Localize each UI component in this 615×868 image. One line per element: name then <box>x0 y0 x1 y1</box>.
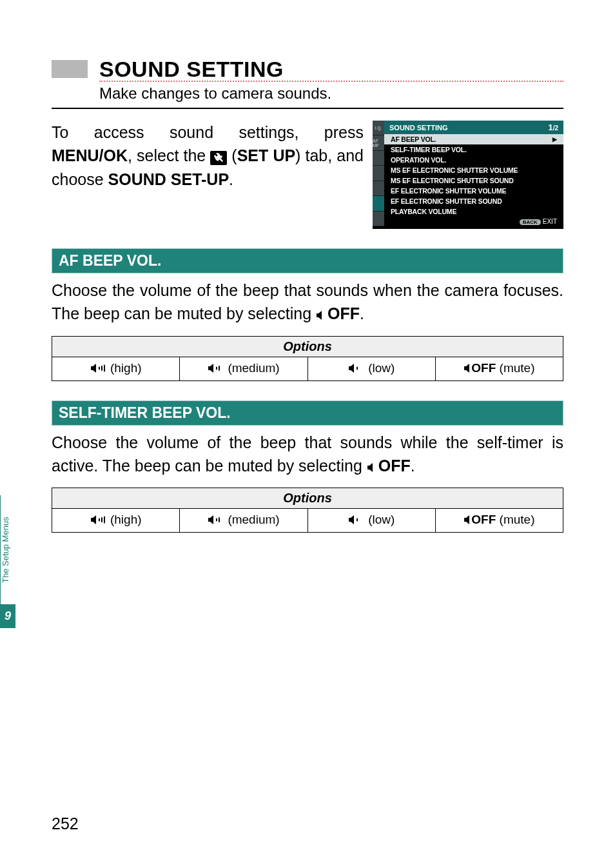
intro-paragraph: To access sound settings, press MENU/OK,… <box>52 121 364 191</box>
volume-mute-icon <box>367 455 378 478</box>
camera-menu-tab-strip: I.Q. AF MF <box>373 121 384 226</box>
chapter-side-tab: The Setup Menus 9 <box>0 495 15 628</box>
svg-rect-11 <box>356 518 358 522</box>
chapter-label: The Setup Menus <box>0 495 15 604</box>
option-cell: (low) <box>308 509 436 532</box>
option-cell: (medium) <box>180 509 308 532</box>
options-header: Options <box>52 337 563 357</box>
camera-menu-row: EF ELECTRONIC SHUTTER SOUND <box>384 196 563 206</box>
svg-rect-5 <box>356 366 358 370</box>
camera-menu-row: MS EF ELECTRONIC SHUTTER SOUND <box>384 175 563 186</box>
option-cell: (high) <box>52 509 180 532</box>
svg-rect-2 <box>104 364 105 371</box>
section-title-af-beep: AF BEEP VOL. <box>52 248 563 273</box>
volume-icon <box>348 362 365 377</box>
wrench-icon <box>210 151 227 165</box>
volume-icon <box>464 514 471 528</box>
page-subheading: Make changes to camera sounds. <box>99 84 563 103</box>
camera-menu-screenshot: I.Q. AF MF SOUND SETTING 1/2 AF BEEP VOL… <box>373 121 563 229</box>
heading-rule <box>52 108 563 109</box>
svg-rect-10 <box>219 517 220 522</box>
camera-menu-footer: BACKEXIT <box>384 217 563 226</box>
camera-tab <box>373 212 384 226</box>
section-desc: Choose the volume of the beep that sound… <box>52 279 563 327</box>
page-heading: SOUND SETTING <box>99 57 284 82</box>
camera-menu-row: SELF-TIMER BEEP VOL. <box>384 144 563 155</box>
svg-rect-0 <box>99 366 100 370</box>
volume-icon <box>208 514 224 528</box>
section-title-self-timer: SELF-TIMER BEEP VOL. <box>52 400 563 426</box>
camera-tab: I.Q. <box>373 121 384 135</box>
option-cell: (high) <box>52 357 180 380</box>
svg-rect-3 <box>216 366 217 370</box>
volume-icon <box>90 514 107 528</box>
camera-menu-row: PLAYBACK VOLUME <box>384 206 563 217</box>
camera-tab <box>373 166 384 181</box>
option-cell: (low) <box>308 357 436 380</box>
camera-tab <box>373 151 384 166</box>
volume-icon <box>90 362 107 377</box>
camera-tab-active <box>373 196 384 211</box>
chapter-number: 9 <box>0 604 15 628</box>
volume-mute-icon <box>316 303 327 326</box>
svg-rect-4 <box>219 366 220 371</box>
option-cell: OFF (mute) <box>436 357 563 380</box>
option-cell: (medium) <box>180 357 308 380</box>
camera-tab: AF MF <box>373 135 384 150</box>
section-desc: Choose the volume of the beep that sound… <box>52 431 563 479</box>
option-cell: OFF (mute) <box>436 509 563 532</box>
camera-menu-row-selected: AF BEEP VOL.▶ <box>384 134 563 144</box>
svg-rect-9 <box>216 518 217 522</box>
camera-menu-row: OPERATION VOL. <box>384 155 563 165</box>
svg-rect-1 <box>101 366 102 371</box>
options-header: Options <box>52 488 563 509</box>
volume-icon <box>348 514 365 528</box>
options-table: Options (high) (medium) (low)OFF (mute) <box>52 488 563 533</box>
chevron-right-icon: ▶ <box>552 136 557 143</box>
volume-icon <box>208 362 224 377</box>
page-number: 252 <box>52 814 79 833</box>
volume-icon <box>464 362 471 377</box>
svg-rect-7 <box>101 517 102 522</box>
options-table: Options (high) (medium) (low)OFF (mute) <box>52 336 563 381</box>
heading-block-icon <box>52 60 88 78</box>
camera-menu-row: EF ELECTRONIC SHUTTER VOLUME <box>384 186 563 196</box>
camera-menu-title: SOUND SETTING 1/2 <box>384 121 563 134</box>
camera-tab <box>373 181 384 196</box>
svg-rect-6 <box>99 518 100 522</box>
svg-rect-8 <box>104 517 105 524</box>
camera-menu-row: MS EF ELECTRONIC SHUTTER VOLUME <box>384 165 563 175</box>
